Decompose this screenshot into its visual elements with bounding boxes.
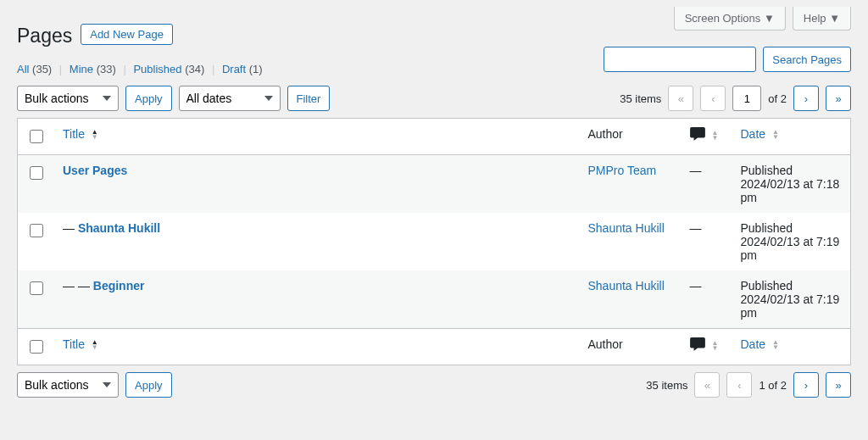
page-title-link[interactable]: Beginner (93, 279, 145, 292)
sort-indicator-icon: ▲▼ (711, 131, 718, 141)
row-checkbox[interactable] (30, 224, 43, 237)
date-filter-select[interactable]: All dates (179, 86, 281, 111)
column-author-footer: Author (580, 329, 682, 365)
page-title: Pages (17, 17, 72, 51)
comment-icon (690, 127, 705, 143)
column-author-header: Author (580, 119, 682, 155)
next-page-button[interactable]: › (793, 86, 819, 111)
sort-indicator-icon: ▲▼ (92, 130, 98, 140)
comments-cell: — (682, 155, 732, 214)
view-mine-link[interactable]: Mine (70, 63, 93, 75)
last-page-button-bottom[interactable]: » (826, 372, 851, 398)
column-date-footer[interactable]: Date ▲▼ (732, 329, 851, 365)
title-prefix: — (63, 221, 78, 235)
date-cell: Published2024/02/13 at 7:19 pm (732, 270, 851, 329)
column-comments-footer[interactable]: ▲▼ (682, 329, 732, 365)
page-position-label: 1 of 2 (759, 379, 787, 392)
row-checkbox[interactable] (30, 281, 43, 295)
bulk-actions-select-bottom[interactable]: Bulk actions (17, 372, 119, 398)
help-button[interactable]: Help ▼ (793, 7, 851, 31)
sort-indicator-icon: ▲▼ (772, 130, 779, 140)
column-comments-header[interactable]: ▲▼ (682, 119, 732, 155)
first-page-button: « (668, 86, 693, 111)
current-page-input[interactable] (732, 86, 761, 111)
view-draft-link[interactable]: Draft (222, 63, 246, 75)
sort-indicator-icon: ▲▼ (772, 340, 779, 350)
select-all-checkbox-top[interactable] (30, 130, 43, 143)
view-all-count: (35) (32, 63, 52, 75)
select-all-checkbox-bottom[interactable] (30, 340, 43, 354)
comment-icon (690, 337, 705, 354)
date-cell: Published2024/02/13 at 7:19 pm (732, 213, 851, 270)
table-row: — — Beginner Shaunta Hukill — Published2… (18, 270, 851, 329)
column-date-header[interactable]: Date ▲▼ (732, 119, 851, 155)
table-row: — Shaunta Hukill Shaunta Hukill — Publis… (18, 213, 851, 270)
apply-bulk-button-bottom[interactable]: Apply (125, 372, 172, 398)
title-prefix: — — (63, 279, 93, 292)
search-pages-button[interactable]: Search Pages (763, 47, 851, 72)
view-draft-count: (1) (249, 63, 263, 75)
last-page-button[interactable]: » (826, 86, 851, 111)
next-page-button-bottom[interactable]: › (793, 372, 819, 398)
prev-page-button: ‹ (700, 86, 726, 111)
table-row: User Pages PMPro Team — Published2024/02… (18, 155, 851, 214)
search-input[interactable] (604, 47, 756, 72)
total-pages-label: of 2 (768, 92, 787, 105)
view-mine-count: (33) (97, 63, 116, 75)
row-checkbox[interactable] (30, 166, 43, 180)
sort-indicator-icon: ▲▼ (711, 341, 718, 351)
screen-options-button[interactable]: Screen Options ▼ (674, 7, 786, 31)
sort-indicator-icon: ▲▼ (92, 340, 98, 350)
filter-button[interactable]: Filter (287, 86, 331, 111)
first-page-button-bottom: « (694, 372, 720, 398)
column-title-header[interactable]: Title ▲▼ (54, 119, 580, 155)
date-cell: Published2024/02/13 at 7:18 pm (732, 155, 851, 214)
page-title-link[interactable]: User Pages (63, 164, 127, 177)
column-title-footer[interactable]: Title ▲▼ (54, 329, 580, 365)
view-published-link[interactable]: Published (133, 63, 181, 75)
author-link[interactable]: PMPro Team (588, 164, 657, 177)
prev-page-button-bottom: ‹ (726, 372, 752, 398)
comments-cell: — (682, 270, 732, 329)
items-count: 35 items (620, 92, 661, 105)
view-published-count: (34) (185, 63, 204, 75)
author-link[interactable]: Shaunta Hukill (588, 279, 665, 292)
view-all-link[interactable]: All (17, 63, 29, 75)
comments-cell: — (682, 213, 732, 270)
author-link[interactable]: Shaunta Hukill (588, 221, 665, 235)
page-title-link[interactable]: Shaunta Hukill (78, 221, 160, 235)
bulk-actions-select[interactable]: Bulk actions (17, 86, 119, 111)
add-new-page-button[interactable]: Add New Page (81, 24, 173, 45)
apply-bulk-button[interactable]: Apply (125, 86, 172, 111)
items-count-bottom: 35 items (646, 379, 687, 392)
